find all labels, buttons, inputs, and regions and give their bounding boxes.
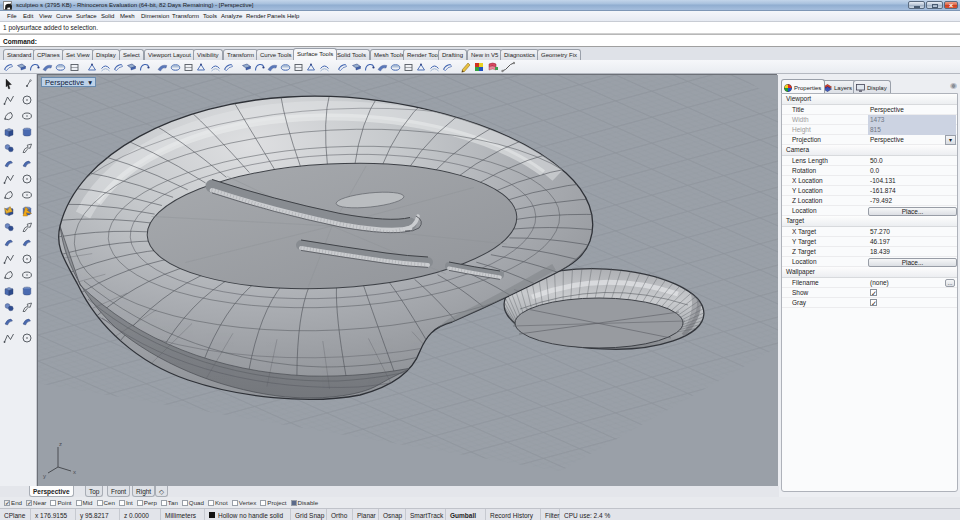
svg-text:z: z xyxy=(59,441,62,447)
svg-text:y: y xyxy=(43,473,46,479)
svg-text:x: x xyxy=(73,469,76,475)
